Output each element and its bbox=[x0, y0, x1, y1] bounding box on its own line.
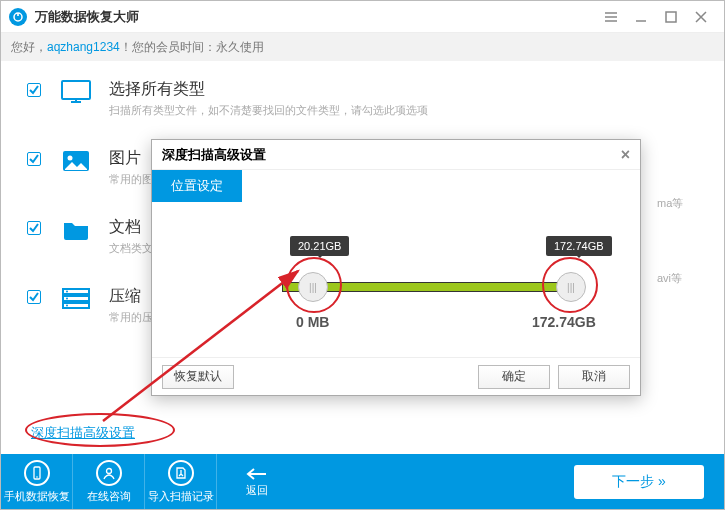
row-desc: 扫描所有类型文件，如不清楚要找回的文件类型，请勾选此项选项 bbox=[109, 103, 428, 118]
range-max-label: 172.74GB bbox=[532, 314, 596, 330]
svg-point-9 bbox=[66, 291, 68, 293]
row-title: 文档 bbox=[109, 217, 153, 238]
row-title: 图片 bbox=[109, 148, 153, 169]
import-icon bbox=[168, 460, 194, 486]
tab-position[interactable]: 位置设定 bbox=[152, 170, 242, 202]
cancel-button[interactable]: 取消 bbox=[558, 365, 630, 389]
phone-icon bbox=[24, 460, 50, 486]
app-logo bbox=[9, 8, 27, 26]
bottom-bar: 手机数据恢复 在线咨询 导入扫描记录 返回 下一步 » bbox=[1, 454, 724, 509]
svg-rect-2 bbox=[666, 12, 676, 22]
import-scan-button[interactable]: 导入扫描记录 bbox=[145, 454, 217, 509]
row-title: 压缩 bbox=[109, 286, 153, 307]
title-bar: 万能数据恢复大师 bbox=[1, 1, 724, 33]
row-title: 选择所有类型 bbox=[109, 79, 428, 100]
close-button[interactable] bbox=[686, 2, 716, 32]
svg-rect-3 bbox=[62, 81, 90, 99]
checkbox[interactable] bbox=[27, 290, 41, 304]
truncated-suffix: avi等 bbox=[657, 271, 682, 286]
deep-scan-settings-link[interactable]: 深度扫描高级设置 bbox=[31, 424, 135, 442]
greet-text: 您好， bbox=[11, 39, 47, 56]
username-text: aqzhang1234 bbox=[47, 40, 120, 54]
online-chat-button[interactable]: 在线咨询 bbox=[73, 454, 145, 509]
range-handle-left[interactable]: ||| bbox=[298, 272, 328, 302]
dialog-close-icon[interactable]: × bbox=[621, 146, 630, 164]
checkbox[interactable] bbox=[27, 152, 41, 166]
image-icon bbox=[59, 148, 93, 174]
checkbox[interactable] bbox=[27, 83, 41, 97]
user-info-bar: 您好， aqzhang1234 ！您的会员时间：永久使用 bbox=[1, 33, 724, 61]
dialog-body: 20.21GB 172.74GB ||| ||| 0 MB 172.74GB bbox=[152, 202, 640, 357]
svg-point-11 bbox=[66, 305, 68, 307]
monitor-icon bbox=[59, 79, 93, 105]
membership-text: ！您的会员时间：永久使用 bbox=[120, 39, 264, 56]
menu-button[interactable] bbox=[596, 2, 626, 32]
truncated-suffix: ma等 bbox=[657, 196, 683, 211]
back-button[interactable]: 返回 bbox=[227, 454, 287, 509]
svg-point-14 bbox=[106, 468, 111, 473]
left-value-bubble: 20.21GB bbox=[290, 236, 349, 256]
next-button[interactable]: 下一步 » bbox=[574, 465, 704, 499]
minimize-button[interactable] bbox=[626, 2, 656, 32]
label: 返回 bbox=[246, 483, 268, 498]
label: 在线咨询 bbox=[87, 489, 131, 504]
app-title: 万能数据恢复大师 bbox=[35, 8, 596, 26]
deep-scan-dialog: 深度扫描高级设置 × 位置设定 20.21GB 172.74GB ||| |||… bbox=[151, 139, 641, 396]
ok-button[interactable]: 确定 bbox=[478, 365, 550, 389]
label: 手机数据恢复 bbox=[4, 489, 70, 504]
maximize-button[interactable] bbox=[656, 2, 686, 32]
folder-icon bbox=[59, 217, 93, 243]
headset-icon bbox=[96, 460, 122, 486]
svg-point-5 bbox=[68, 156, 73, 161]
phone-recovery-button[interactable]: 手机数据恢复 bbox=[1, 454, 73, 509]
row-desc: 文档类文 bbox=[109, 241, 153, 256]
dialog-tabbar: 位置设定 bbox=[152, 170, 640, 202]
dialog-title: 深度扫描高级设置 bbox=[162, 146, 266, 164]
range-handle-right[interactable]: ||| bbox=[556, 272, 586, 302]
row-desc: 常用的图 bbox=[109, 172, 153, 187]
dialog-footer: 恢复默认 确定 取消 bbox=[152, 357, 640, 395]
dialog-titlebar: 深度扫描高级设置 × bbox=[152, 140, 640, 170]
checkbox[interactable] bbox=[27, 221, 41, 235]
restore-default-button[interactable]: 恢复默认 bbox=[162, 365, 234, 389]
range-min-label: 0 MB bbox=[296, 314, 329, 330]
filetype-row-all[interactable]: 选择所有类型 扫描所有类型文件，如不清楚要找回的文件类型，请勾选此项选项 bbox=[27, 79, 698, 118]
svg-point-10 bbox=[66, 298, 68, 300]
row-desc: 常用的压 bbox=[109, 310, 153, 325]
svg-rect-1 bbox=[17, 13, 19, 16]
label: 导入扫描记录 bbox=[148, 489, 214, 504]
archive-icon bbox=[59, 286, 93, 312]
svg-point-13 bbox=[36, 476, 38, 478]
right-value-bubble: 172.74GB bbox=[546, 236, 612, 256]
